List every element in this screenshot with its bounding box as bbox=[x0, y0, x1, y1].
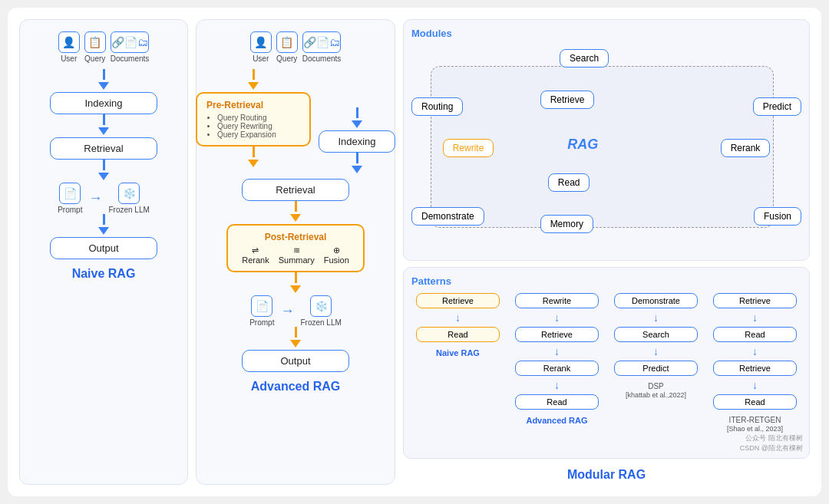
adv-orange-line-1 bbox=[253, 69, 255, 80]
pattern-dsp-col: Demonstrate ↓ Search ↓ Predict DSP[khatt… bbox=[609, 293, 702, 446]
adv-orange-line-3 bbox=[295, 201, 297, 212]
naive-col-label: Naive RAG bbox=[436, 348, 480, 357]
query-label: Query bbox=[84, 54, 105, 63]
adv-orange-arrow-4 bbox=[290, 285, 301, 293]
module-demonstrate: Demonstrate bbox=[411, 207, 484, 226]
naive-read: Read bbox=[416, 327, 500, 342]
adv-query-label: Query bbox=[276, 54, 297, 63]
adv-query-icon-box: 📋 Query bbox=[276, 31, 298, 63]
pre-retrieval-box: Pre-Retrieval Query Routing Query Rewrit… bbox=[196, 92, 311, 147]
user-label: User bbox=[61, 54, 77, 63]
adv-prompt-icon: 📄 bbox=[251, 295, 272, 317]
advanced-rag-panel: 👤 User 📋 Query 🔗📄🗂 Documents Pre-Retriev… bbox=[196, 19, 395, 485]
adv-orange-arrow-2 bbox=[248, 160, 259, 167]
right-panels: Modules Search Routing Predict Retrieve … bbox=[403, 19, 810, 485]
pattern-advanced-col: Rewrite ↓ Retrieve ↓ Rerank ↓ Read Advan… bbox=[510, 293, 603, 446]
adv-llm-icon: ❄️ bbox=[310, 295, 332, 317]
pre-item-3: Query Expansion bbox=[217, 130, 300, 139]
post-rerank: ⇌Rerank bbox=[242, 245, 269, 265]
adv-rerank: Rerank bbox=[515, 361, 599, 376]
pattern-iter-col: Retrieve ↓ Read ↓ Retrieve ↓ Read ITER-R… bbox=[708, 293, 801, 446]
advanced-icon-row: 👤 User 📋 Query 🔗📄🗂 Documents bbox=[250, 31, 342, 63]
adv-orange-line-5 bbox=[295, 327, 297, 338]
post-fusion: ⊕Fusion bbox=[324, 245, 349, 265]
naive-retrieval-box: Retrieval bbox=[50, 137, 157, 160]
adv-user-label: User bbox=[253, 54, 269, 63]
post-retrieval-items: ⇌Rerank ≋Summary ⊕Fusion bbox=[237, 245, 354, 265]
docs-label: Documents bbox=[111, 54, 150, 63]
adv-blue-line-2 bbox=[356, 153, 358, 163]
adv-orange-arrow-1 bbox=[248, 82, 259, 90]
iter-col-label: ITER-RETGEN[Shao et al., 2023] bbox=[727, 416, 783, 433]
adv-docs-label: Documents bbox=[302, 54, 342, 63]
query-icon-box: 📋 Query bbox=[84, 31, 106, 63]
llm-icon: ❄️ bbox=[118, 183, 140, 204]
iter-read-2: Read bbox=[713, 394, 797, 410]
iter-read-1: Read bbox=[713, 327, 797, 342]
adv-arrow-3: ↓ bbox=[554, 379, 560, 391]
adv-read: Read bbox=[515, 394, 599, 410]
module-rewrite: Rewrite bbox=[443, 139, 494, 157]
module-routing: Routing bbox=[411, 97, 463, 116]
naive-arrow-line-2 bbox=[103, 114, 105, 125]
adv-arrow-1: ↓ bbox=[554, 311, 560, 324]
iter-arrow-1: ↓ bbox=[752, 311, 758, 324]
naive-prompt-row: 📄 Prompt → ❄️ Frozen LLM bbox=[58, 183, 150, 214]
pre-item-1: Query Routing bbox=[217, 114, 300, 122]
dsp-search: Search bbox=[614, 327, 698, 342]
module-retrieve: Retrieve bbox=[540, 91, 595, 109]
adv-user-icon: 👤 bbox=[250, 31, 272, 53]
pattern-naive-col: Retrieve ↓ Read Naive RAG bbox=[411, 293, 504, 446]
naive-arrow-down-1 bbox=[98, 82, 109, 90]
post-summary: ≋Summary bbox=[279, 245, 315, 265]
patterns-label: Patterns bbox=[411, 275, 801, 287]
module-fusion: Fusion bbox=[754, 207, 801, 226]
watermark: 公众号 陌北有棵树 CSDN @陌北有棵树 bbox=[740, 433, 803, 453]
adv-blue-arrow-1 bbox=[352, 120, 362, 128]
iter-arrow-3: ↓ bbox=[752, 379, 758, 391]
adv-output-box: Output bbox=[242, 350, 349, 372]
naive-icon-row: 👤 User 📋 Query 🔗📄🗂 Documents bbox=[58, 31, 150, 63]
watermark-line1: 公众号 陌北有棵树 bbox=[740, 433, 803, 443]
naive-arrow-down-3 bbox=[98, 173, 109, 180]
adv-col-label: Advanced RAG bbox=[526, 416, 587, 425]
patterns-panel: Patterns Retrieve ↓ Read Naive RAG Rewri… bbox=[403, 267, 810, 459]
query-icon: 📋 bbox=[84, 31, 106, 53]
module-read: Read bbox=[548, 173, 590, 192]
adv-blue-arrow-2 bbox=[352, 166, 362, 173]
dsp-arrow-1: ↓ bbox=[653, 311, 659, 324]
advanced-rag-title: Advanced RAG bbox=[251, 380, 340, 394]
docs-icon-box: 🔗📄🗂 Documents bbox=[111, 31, 150, 63]
modules-panel: Modules Search Routing Predict Retrieve … bbox=[403, 19, 810, 261]
adv-prompt-arrow: → bbox=[280, 303, 294, 319]
iter-retrieve-1: Retrieve bbox=[713, 293, 797, 308]
naive-output-box: Output bbox=[50, 237, 157, 259]
adv-orange-arrow-5 bbox=[290, 340, 301, 348]
prompt-icon-box: 📄 Prompt bbox=[58, 183, 82, 214]
adv-retrieval-box: Retrieval bbox=[242, 179, 349, 201]
prompt-icon: 📄 bbox=[59, 183, 81, 204]
adv-orange-arrow-3 bbox=[290, 214, 301, 222]
adv-arrow-2: ↓ bbox=[554, 345, 560, 357]
modular-rag-title: Modular RAG bbox=[403, 465, 810, 485]
adv-orange-line-4 bbox=[295, 272, 297, 283]
dsp-predict: Predict bbox=[614, 361, 698, 376]
module-memory: Memory bbox=[540, 215, 593, 233]
llm-label: Frozen LLM bbox=[108, 206, 149, 214]
adv-llm-icon-box: ❄️ Frozen LLM bbox=[300, 295, 341, 327]
user-icon: 👤 bbox=[58, 31, 80, 53]
adv-orange-line-2 bbox=[253, 147, 255, 157]
dsp-arrow-2: ↓ bbox=[653, 345, 659, 357]
naive-arrow-line-4 bbox=[103, 214, 105, 225]
pre-item-2: Query Rewriting bbox=[217, 122, 300, 130]
post-retrieval-box: Post-Retrieval ⇌Rerank ≋Summary ⊕Fusion bbox=[226, 224, 365, 272]
module-search: Search bbox=[560, 49, 609, 68]
dsp-demonstrate: Demonstrate bbox=[614, 293, 698, 308]
module-rerank: Rerank bbox=[721, 139, 771, 157]
module-predict: Predict bbox=[753, 97, 801, 116]
adv-query-icon: 📋 bbox=[276, 31, 298, 53]
naive-retrieve: Retrieve bbox=[416, 293, 500, 308]
naive-arrow-down-2 bbox=[98, 127, 109, 135]
docs-icon: 🔗📄🗂 bbox=[111, 31, 149, 53]
main-container: 👤 User 📋 Query 🔗📄🗂 Documents Indexing Re… bbox=[8, 8, 821, 496]
